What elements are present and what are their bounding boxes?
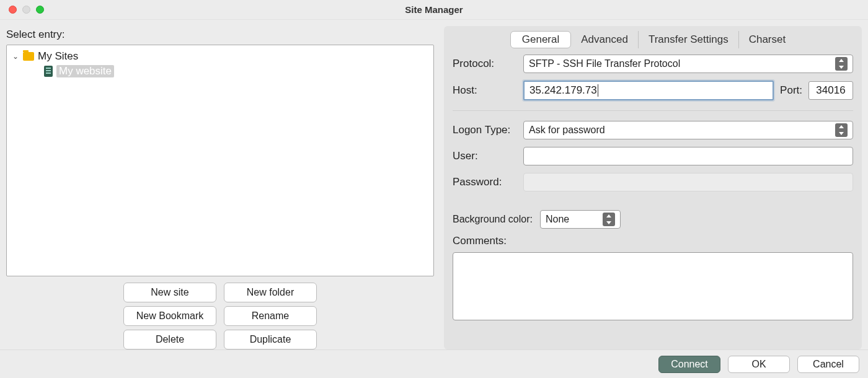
logon-type-select[interactable]: Ask for password [523, 121, 853, 139]
delete-button[interactable]: Delete [123, 330, 216, 349]
background-color-label: Background color: [453, 214, 533, 225]
comments-textarea[interactable] [453, 252, 853, 320]
host-value: 35.242.179.73 [529, 84, 597, 97]
tree-site-label: My website [56, 65, 114, 77]
logon-type-value: Ask for password [529, 125, 605, 136]
logon-type-label: Logon Type: [453, 124, 520, 136]
rename-button[interactable]: Rename [224, 306, 317, 326]
tree-root-row[interactable]: ⌄ My Sites [9, 49, 431, 64]
cancel-button[interactable]: Cancel [797, 356, 859, 373]
background-color-value: None [546, 214, 569, 225]
site-actions: New site New folder New Bookmark Rename … [6, 283, 434, 349]
site-list-pane: Select entry: ⌄ My Sites My website New … [6, 26, 434, 349]
chevron-down-icon[interactable]: ⌄ [12, 52, 19, 61]
window-title: Site Manager [0, 4, 868, 15]
divider [453, 110, 853, 111]
tab-charset[interactable]: Charset [739, 31, 796, 48]
text-caret-icon [598, 84, 598, 97]
port-label: Port: [780, 84, 802, 97]
new-folder-button[interactable]: New folder [224, 283, 317, 302]
duplicate-button[interactable]: Duplicate [224, 330, 317, 349]
titlebar: Site Manager [0, 0, 868, 20]
updown-stepper-icon[interactable] [835, 57, 848, 71]
user-input[interactable] [523, 147, 853, 165]
new-bookmark-button[interactable]: New Bookmark [123, 306, 216, 326]
zoom-window-icon[interactable] [36, 6, 44, 14]
connect-button[interactable]: Connect [658, 356, 720, 373]
ok-button[interactable]: OK [728, 356, 790, 373]
dialog-footer: Connect OK Cancel [0, 349, 868, 378]
tab-advanced[interactable]: Advanced [571, 31, 639, 48]
window-controls [9, 6, 44, 14]
updown-stepper-icon[interactable] [603, 213, 615, 226]
close-window-icon[interactable] [9, 6, 17, 14]
tree-root-label: My Sites [38, 50, 78, 63]
tab-transfer-settings[interactable]: Transfer Settings [639, 31, 739, 48]
updown-stepper-icon[interactable] [835, 123, 848, 137]
password-label: Password: [453, 176, 520, 188]
site-tree[interactable]: ⌄ My Sites My website [6, 45, 434, 276]
new-site-button[interactable]: New site [123, 283, 216, 302]
minimize-window-icon[interactable] [22, 6, 30, 14]
host-input[interactable]: 35.242.179.73 [523, 81, 774, 100]
protocol-select[interactable]: SFTP - SSH File Transfer Protocol [523, 55, 853, 73]
tabs: General Advanced Transfer Settings Chars… [453, 31, 853, 48]
background-color-select[interactable]: None [540, 210, 621, 229]
folder-icon [23, 52, 34, 61]
protocol-label: Protocol: [453, 58, 520, 70]
comments-label: Comments: [453, 235, 853, 247]
select-entry-label: Select entry: [6, 29, 434, 41]
user-label: User: [453, 150, 520, 162]
server-icon [44, 66, 53, 77]
site-details-pane: General Advanced Transfer Settings Chars… [444, 26, 862, 349]
password-input [523, 173, 853, 191]
port-input[interactable]: 34016 [808, 81, 853, 100]
host-label: Host: [453, 84, 520, 97]
port-value: 34016 [816, 84, 845, 97]
tab-general[interactable]: General [510, 31, 571, 48]
tree-site-row[interactable]: My website [9, 64, 431, 79]
protocol-value: SFTP - SSH File Transfer Protocol [529, 58, 680, 69]
